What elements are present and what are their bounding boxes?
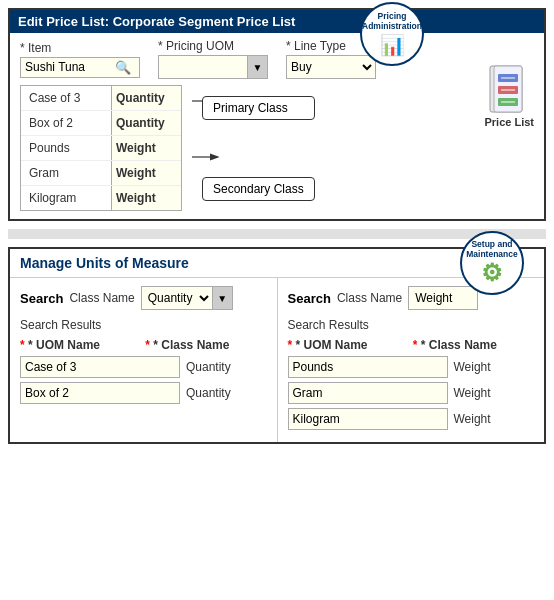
uom-row-1: Box of 2 Quantity	[21, 111, 181, 136]
weight-row-1: Weight	[288, 382, 535, 404]
item-field[interactable]: 🔍	[20, 57, 140, 78]
uom-row-4: Kilogram Weight	[21, 186, 181, 210]
quantity-search-row: Search Class Name Quantity Weight ▼	[20, 286, 267, 310]
pricing-admin-label: PricingAdministration	[362, 11, 422, 31]
pricing-admin-icon-img: 📊	[380, 33, 405, 57]
quantity-row-0: Quantity	[20, 356, 267, 378]
uom-row-2: Pounds Weight	[21, 136, 181, 161]
quantity-search-label: Search	[20, 291, 63, 306]
primary-class-callout: Primary Class	[202, 96, 315, 120]
price-list-icon-wrap: Price List	[484, 64, 534, 128]
pricing-uom-field[interactable]: ▼	[158, 55, 268, 79]
secondary-class-callout: Secondary Class	[202, 177, 315, 201]
uom-table: Case of 3 Quantity Box of 2 Quantity Pou…	[20, 85, 182, 211]
uom-name-1: Box of 2	[21, 111, 111, 135]
weight-class-name-label: Class Name	[337, 291, 402, 305]
weight-search-panel: Search Class Name Weight Search Results …	[278, 278, 545, 442]
primary-class-label: Primary Class	[213, 101, 288, 115]
item-search-button[interactable]: 🔍	[115, 60, 131, 75]
weight-class-text-2: Weight	[452, 412, 535, 426]
weight-row-2: Weight	[288, 408, 535, 430]
quantity-results-label: Search Results	[20, 318, 267, 332]
edit-price-list-section: Edit Price List: Corporate Segment Price…	[8, 8, 546, 221]
quantity-class-text-1: Quantity	[184, 386, 267, 400]
quantity-uom-input-1[interactable]	[20, 382, 180, 404]
weight-uom-input-0[interactable]	[288, 356, 448, 378]
quantity-uom-input-0[interactable]	[20, 356, 180, 378]
uom-qty-2: Weight	[111, 136, 181, 160]
uom-qty-1: Quantity	[111, 111, 181, 135]
weight-class-text-1: Weight	[452, 386, 535, 400]
gear-icon: ⚙	[481, 259, 503, 287]
quantity-dropdown-arrow[interactable]: ▼	[212, 287, 232, 309]
uom-name-0: Case of 3	[21, 86, 111, 110]
uom-name-2: Pounds	[21, 136, 111, 160]
weight-class-header: * * Class Name	[413, 338, 534, 352]
table-popup-area: Case of 3 Quantity Box of 2 Quantity Pou…	[10, 85, 544, 219]
weight-search-label: Search	[288, 291, 331, 306]
quantity-class-text-0: Quantity	[184, 360, 267, 374]
quantity-class-select[interactable]: Quantity Weight	[142, 290, 212, 306]
quantity-class-header: * * Class Name	[145, 338, 266, 352]
quantity-results-header: * * UOM Name * * Class Name	[20, 338, 267, 352]
uom-name-3: Gram	[21, 161, 111, 185]
quantity-class-name-label: Class Name	[69, 291, 134, 305]
weight-uom-input-2[interactable]	[288, 408, 448, 430]
weight-results-label: Search Results	[288, 318, 535, 332]
secondary-class-label: Secondary Class	[213, 182, 304, 196]
weight-results-header: * * UOM Name * * Class Name	[288, 338, 535, 352]
setup-maintenance-icon[interactable]: Setup andMaintenance ⚙	[460, 231, 524, 295]
weight-class-value: Weight	[415, 291, 452, 305]
uom-qty-4: Weight	[111, 186, 181, 210]
weight-results-table: * * UOM Name * * Class Name Weight Weigh…	[288, 338, 535, 430]
item-input[interactable]	[25, 60, 115, 74]
price-list-label: Price List	[484, 116, 534, 128]
uom-qty-0: Quantity	[111, 86, 181, 110]
quantity-search-panel: Search Class Name Quantity Weight ▼ Sear…	[10, 278, 278, 442]
quantity-row-1: Quantity	[20, 382, 267, 404]
uom-name-4: Kilogram	[21, 186, 111, 210]
pricing-uom-arrow[interactable]: ▼	[247, 56, 267, 78]
weight-uom-input-1[interactable]	[288, 382, 448, 404]
weight-uom-header: * * UOM Name	[288, 338, 409, 352]
pricing-uom-label: * Pricing UOM	[158, 39, 268, 53]
section-divider	[8, 229, 546, 239]
edit-price-list-title: Edit Price List: Corporate Segment Price…	[10, 10, 544, 33]
pricing-administration-icon[interactable]: PricingAdministration 📊	[360, 2, 424, 66]
weight-class-text-0: Weight	[452, 360, 535, 374]
manage-uom-section: Manage Units of Measure Setup andMainten…	[8, 247, 546, 444]
weight-class-name-field[interactable]: Weight	[408, 286, 478, 310]
bottom-content: Search Class Name Quantity Weight ▼ Sear…	[10, 278, 544, 442]
price-list-icon[interactable]	[488, 64, 530, 116]
quantity-results-table: * * UOM Name * * Class Name Quantity Qua…	[20, 338, 267, 404]
quantity-uom-header: * * UOM Name	[20, 338, 141, 352]
uom-qty-3: Weight	[111, 161, 181, 185]
weight-row-0: Weight	[288, 356, 535, 378]
uom-row-0: Case of 3 Quantity	[21, 86, 181, 111]
form-row: * Item 🔍 * Pricing UOM ▼ * Line Type	[10, 33, 544, 85]
quantity-class-name-select[interactable]: Quantity Weight ▼	[141, 286, 233, 310]
item-label: * Item	[20, 41, 140, 55]
setup-icon-label: Setup andMaintenance	[466, 239, 518, 259]
uom-row-3: Gram Weight	[21, 161, 181, 186]
